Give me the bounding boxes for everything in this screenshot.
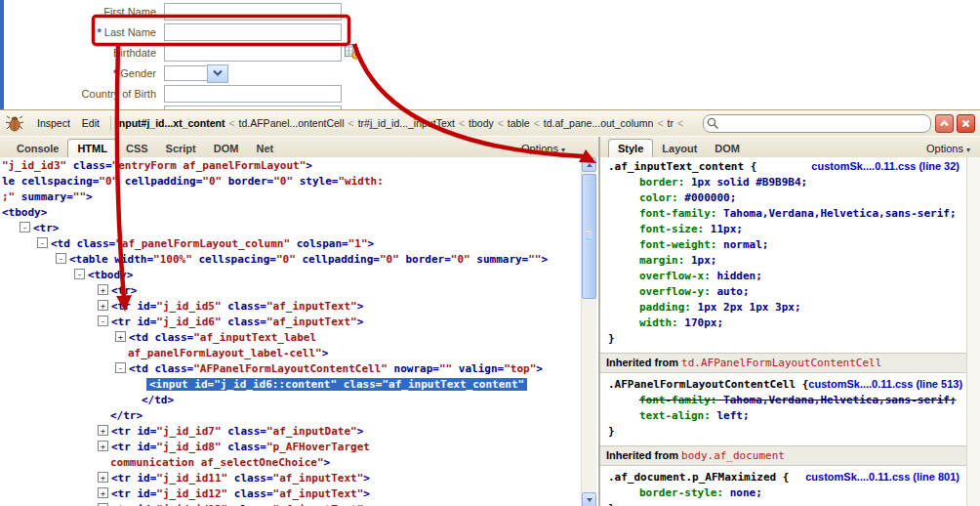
dom-tree-node[interactable]: "j_id_id3" class="entryForm af_panelForm…	[0, 159, 582, 175]
breadcrumb-item[interactable]: td.af_pane...out_column	[544, 117, 654, 129]
text-input[interactable]	[164, 23, 342, 41]
tab-panel-net[interactable]: Net	[247, 140, 282, 157]
scroll-down-button[interactable]	[582, 492, 596, 506]
dom-tree-node[interactable]: +<tr>	[0, 284, 582, 300]
expand-icon[interactable]: +	[98, 472, 108, 483]
scrollbar-thumb[interactable]	[582, 174, 596, 299]
dom-tree-node[interactable]: <tbody>	[0, 206, 582, 222]
tab-side-style[interactable]: Style	[608, 139, 653, 157]
dom-tree-node[interactable]: ;" summary="">	[0, 190, 582, 206]
inherited-element-ref[interactable]: td.AFPanelFormLayoutContentCell	[681, 357, 881, 369]
collapse-icon[interactable]: -	[98, 316, 108, 326]
text-input[interactable]	[164, 85, 342, 103]
tab-side-dom[interactable]: DOM	[706, 140, 749, 157]
text-input[interactable]	[164, 44, 342, 62]
tab-panel-html[interactable]: HTML	[67, 139, 117, 157]
css-property[interactable]: margin: 1px;	[600, 254, 967, 270]
dropdown-field[interactable]	[164, 65, 207, 81]
css-selector[interactable]: .af_document.p_AFMaximized {	[608, 471, 789, 486]
dom-tree-node[interactable]: +<tr id="j_id_id5" class="af_inputText">	[0, 300, 582, 316]
expand-icon[interactable]: +	[115, 331, 126, 342]
inherited-element-ref[interactable]: body.af_document	[681, 449, 785, 462]
css-property[interactable]: width: 170px;	[600, 316, 967, 332]
search-box[interactable]	[703, 114, 931, 133]
style-scrollbar-track[interactable]	[966, 157, 980, 506]
breadcrumb-separator: <	[534, 117, 540, 129]
css-file-link[interactable]: customSk....0.11.css (line 801)	[805, 471, 960, 486]
dom-tree-node[interactable]: -<tbody>	[0, 269, 582, 284]
inspect-button[interactable]: Inspect	[31, 115, 76, 131]
css-property[interactable]: border-style: none;	[600, 486, 967, 502]
css-property[interactable]: font-size: 11px;	[600, 223, 967, 238]
dom-tree-node[interactable]: </tr>	[0, 409, 582, 425]
tab-panel-script[interactable]: Script	[157, 140, 205, 157]
gender-dropdown[interactable]	[164, 64, 228, 83]
css-selector[interactable]: .AFPanelFormLayoutContentCell {	[608, 378, 808, 394]
dom-tree-node[interactable]: -<tr>	[0, 222, 582, 237]
collapse-icon[interactable]: -	[115, 362, 126, 373]
collapse-icon[interactable]: -	[56, 253, 66, 264]
dom-tree-node[interactable]: -<tr id="j_id_id6" class="af_inputText">	[0, 316, 582, 331]
css-property[interactable]: font-family: Tahoma,Verdana,Helvetica,sa…	[600, 207, 967, 223]
breadcrumb-item[interactable]: tbody	[469, 117, 494, 129]
dom-tree-node[interactable]: -<table width="100%" cellspacing="0" cel…	[0, 253, 582, 269]
breadcrumb-item[interactable]: td.AFPanel...ontentCell	[239, 117, 345, 129]
dom-tree-node[interactable]: +<tr id="j_id_id12" class="af_inputText"…	[0, 487, 582, 503]
scroll-up-button[interactable]	[582, 157, 596, 172]
dom-tree-node[interactable]: </td>	[0, 394, 582, 409]
breadcrumb-item[interactable]: tr#j_id_id..._inputText	[358, 117, 455, 129]
css-file-link[interactable]: customSk....0.11.css (line 513)	[808, 378, 962, 394]
css-selector[interactable]: .af_inputText_content {	[608, 160, 756, 176]
css-property[interactable]: text-align: left;	[600, 409, 967, 425]
close-firebug-button[interactable]	[957, 114, 975, 133]
css-file-link[interactable]: customSk....0.11.css (line 32)	[811, 160, 960, 176]
tab-panel-css[interactable]: CSS	[117, 140, 157, 157]
dom-tree-node[interactable]: +<tr id="j_id_id7" class="af_inputDate">	[0, 425, 582, 441]
firebug-bug-icon[interactable]	[6, 114, 23, 132]
chevron-up-icon	[938, 117, 951, 130]
tab-panel-console[interactable]: Console	[8, 140, 67, 157]
css-property[interactable]: font-family: Tahoma,Verdana,Helvetica,sa…	[600, 394, 967, 409]
breadcrumb-separator: <	[677, 117, 683, 129]
vertical-scrollbar[interactable]	[581, 157, 596, 506]
expand-icon[interactable]: +	[98, 441, 108, 451]
search-input[interactable]	[722, 116, 930, 131]
minimize-firebug-button[interactable]	[935, 114, 954, 133]
css-property[interactable]: border: 1px solid #B9B9B4;	[600, 176, 967, 191]
dom-tree-node[interactable]: af_panelFormLayout_label-cell">	[0, 347, 582, 362]
selected-node-highlight[interactable]: <input id="j_id_id6::content" class="af_…	[146, 378, 527, 391]
dom-tree-node[interactable]: le cellspacing="0" cellpadding="0" borde…	[0, 175, 582, 190]
css-property[interactable]: font-weight: normal;	[600, 238, 967, 254]
expand-icon[interactable]: +	[98, 284, 108, 295]
breadcrumb-separator: <	[657, 117, 663, 129]
css-property[interactable]: color: #000000;	[600, 191, 967, 207]
tab-side-layout[interactable]: Layout	[653, 140, 706, 157]
breadcrumb-item[interactable]: table	[508, 117, 530, 129]
expand-icon[interactable]: +	[98, 487, 108, 498]
css-property[interactable]: overflow-y: auto;	[600, 285, 967, 301]
screenshot-root: First Name*Last NameBirthdate*GenderCoun…	[0, 0, 980, 506]
dom-tree-node[interactable]: -<td class="af_panelFormLayout_column" c…	[0, 237, 582, 253]
breadcrumb-item[interactable]: input#j_id...xt_content	[116, 117, 225, 129]
tab-panel-dom[interactable]: DOM	[205, 140, 248, 157]
dom-tree-node[interactable]: -<td class="AFPanelFormLayoutContentCell…	[0, 362, 582, 378]
css-property[interactable]: padding: 1px 2px 1px 3px;	[600, 301, 967, 316]
dom-tree-node[interactable]: +<tr id="j_id_id11" class="af_inputText"…	[0, 472, 582, 487]
dropdown-button[interactable]	[207, 64, 228, 83]
right-options-button[interactable]: Options ▾	[920, 140, 976, 157]
edit-button[interactable]: Edit	[76, 115, 105, 131]
text-input[interactable]	[164, 3, 342, 21]
calendar-picker-icon[interactable]	[344, 43, 360, 63]
dom-tree-node[interactable]: +<td class="af_inputText_label	[0, 331, 582, 347]
collapse-icon[interactable]: -	[20, 222, 30, 232]
css-property[interactable]: overflow-x: hidden;	[600, 270, 967, 285]
left-options-button[interactable]: Options ▾	[515, 140, 571, 157]
collapse-icon[interactable]: -	[74, 269, 85, 279]
expand-icon[interactable]: +	[98, 300, 108, 311]
dom-tree-node[interactable]: communication af_selectOneChoice">	[0, 456, 582, 472]
dom-tree-node[interactable]: +<tr id="j_id_id8" class="p_AFHoverTarge…	[0, 441, 582, 456]
expand-icon[interactable]: +	[98, 425, 108, 436]
dom-tree-node[interactable]: <input id="j_id_id6::content" class="af_…	[0, 378, 582, 394]
collapse-icon[interactable]: -	[37, 237, 48, 248]
breadcrumb-item[interactable]: tr	[668, 117, 674, 129]
